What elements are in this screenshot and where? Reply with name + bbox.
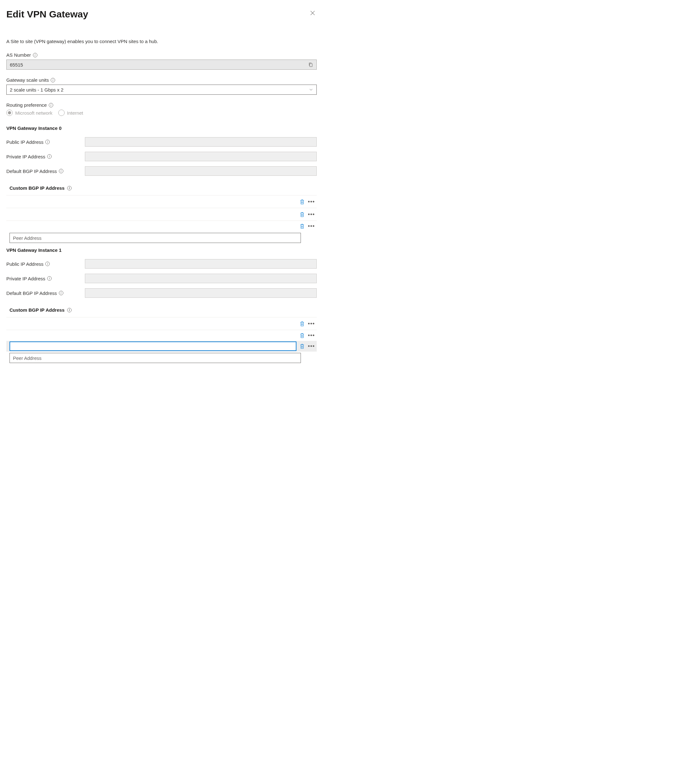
instance1-custom-bgp-label: Custom BGP IP Address (9, 307, 65, 313)
more-button[interactable]: ••• (307, 343, 315, 349)
as-number-value: 65515 (10, 62, 23, 68)
as-number-field: 65515 (6, 60, 317, 70)
more-button[interactable]: ••• (307, 321, 315, 327)
custom-bgp-row: ••• (6, 195, 317, 208)
custom-bgp-row: ••• (6, 330, 317, 341)
instance1-peer-address-input[interactable] (9, 353, 301, 363)
instance1-private-ip-label: Private IP Address (6, 276, 45, 281)
instance0-peer-address-input[interactable] (9, 233, 301, 243)
custom-bgp-row: ••• (6, 208, 317, 221)
info-icon[interactable]: i (59, 291, 63, 295)
info-icon[interactable]: i (49, 103, 53, 107)
close-button[interactable] (309, 9, 317, 18)
instance0-private-ip-label: Private IP Address (6, 154, 45, 159)
info-icon[interactable]: i (47, 154, 52, 159)
info-icon[interactable]: i (33, 53, 37, 57)
custom-bgp-row: ••• (6, 221, 317, 231)
instance1-default-bgp-label: Default BGP IP Address (6, 290, 57, 296)
page-title: Edit VPN Gateway (6, 9, 88, 20)
instance0-heading: VPN Gateway Instance 0 (6, 126, 317, 131)
instance0-public-ip-label: Public IP Address (6, 139, 43, 145)
instance0-private-ip-field (85, 152, 317, 161)
more-button[interactable]: ••• (307, 199, 315, 205)
custom-bgp-active-input[interactable] (9, 342, 296, 351)
info-icon[interactable]: i (59, 169, 63, 173)
delete-button[interactable] (300, 223, 305, 229)
info-icon[interactable]: i (45, 262, 50, 266)
info-icon[interactable]: i (47, 276, 52, 281)
scale-units-value: 2 scale units - 1 Gbps x 2 (10, 87, 63, 93)
as-number-label: AS Number (6, 52, 31, 58)
info-icon[interactable]: i (45, 140, 50, 144)
instance0-default-bgp-label: Default BGP IP Address (6, 168, 57, 174)
info-icon[interactable]: i (67, 308, 72, 312)
instance0-public-ip-field (85, 137, 317, 146)
info-icon[interactable]: i (51, 78, 55, 82)
routing-pref-microsoft-radio: Microsoft network (6, 110, 53, 116)
routing-pref-internet-radio: Internet (58, 110, 83, 116)
instance0-custom-bgp-label: Custom BGP IP Address (9, 185, 65, 191)
instance1-heading: VPN Gateway Instance 1 (6, 247, 317, 253)
close-icon (310, 10, 315, 16)
delete-button[interactable] (300, 212, 305, 217)
scale-units-label: Gateway scale units (6, 77, 49, 83)
instance1-public-ip-label: Public IP Address (6, 261, 43, 267)
more-button[interactable]: ••• (307, 212, 315, 217)
scale-units-select[interactable]: 2 scale units - 1 Gbps x 2 (6, 85, 317, 95)
delete-button[interactable] (300, 321, 305, 327)
radio-icon (6, 110, 13, 116)
routing-pref-opt1-label: Microsoft network (15, 110, 53, 116)
routing-pref-label: Routing preference (6, 102, 47, 108)
instance0-default-bgp-field (85, 166, 317, 176)
svg-rect-2 (310, 64, 312, 67)
instance1-default-bgp-field (85, 288, 317, 298)
delete-button[interactable] (300, 199, 305, 205)
more-button[interactable]: ••• (307, 332, 315, 338)
custom-bgp-row-active: ••• (6, 341, 317, 352)
delete-button[interactable] (300, 343, 305, 349)
copy-icon[interactable] (308, 62, 313, 67)
more-button[interactable]: ••• (307, 223, 315, 229)
radio-icon (58, 110, 65, 116)
routing-pref-opt2-label: Internet (67, 110, 83, 116)
custom-bgp-row: ••• (6, 317, 317, 330)
instance1-private-ip-field (85, 274, 317, 283)
page-description: A Site to site (VPN gateway) enables you… (6, 39, 317, 44)
delete-button[interactable] (300, 332, 305, 338)
instance1-public-ip-field (85, 259, 317, 269)
chevron-down-icon (309, 87, 313, 92)
info-icon[interactable]: i (67, 186, 72, 190)
